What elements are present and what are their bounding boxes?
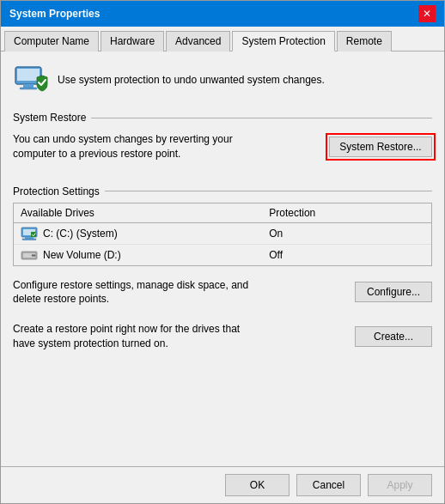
drive-d-protection: Off bbox=[269, 249, 424, 261]
apply-button[interactable]: Apply bbox=[368, 474, 432, 496]
svg-rect-3 bbox=[23, 84, 34, 88]
column-protection: Protection bbox=[269, 207, 424, 219]
system-restore-description: You can undo system changes by reverting… bbox=[13, 132, 256, 161]
table-row: C: (C:) (System) On bbox=[14, 223, 431, 245]
drive-d-cell: New Volume (D:) bbox=[21, 248, 269, 262]
table-header: Available Drives Protection bbox=[14, 203, 431, 223]
configure-row: Configure restore settings, manage disk … bbox=[13, 275, 432, 311]
svg-rect-7 bbox=[25, 237, 34, 239]
system-properties-window: System Properties ✕ Computer Name Hardwa… bbox=[0, 0, 445, 504]
protection-settings-section: Protection Settings Available Drives Pro… bbox=[13, 185, 432, 266]
svg-point-13 bbox=[32, 254, 34, 256]
drive-c-name: C: (C:) (System) bbox=[43, 228, 118, 240]
svg-rect-8 bbox=[22, 239, 36, 240]
svg-rect-2 bbox=[17, 69, 40, 81]
close-button[interactable]: ✕ bbox=[418, 5, 436, 22]
system-restore-label: System Restore bbox=[13, 112, 432, 124]
configure-button[interactable]: Configure... bbox=[355, 282, 432, 302]
bottom-bar: OK Cancel Apply bbox=[1, 466, 444, 503]
ok-button[interactable]: OK bbox=[225, 474, 290, 496]
tab-system-protection[interactable]: System Protection bbox=[232, 31, 334, 52]
header-section: Use system protection to undo unwanted s… bbox=[13, 62, 432, 103]
configure-description: Configure restore settings, manage disk … bbox=[13, 278, 265, 307]
drive-c-protection: On bbox=[269, 228, 424, 240]
protection-table: Available Drives Protection bbox=[13, 203, 432, 266]
create-description: Create a restore point right now for the… bbox=[13, 322, 265, 351]
tab-advanced[interactable]: Advanced bbox=[166, 31, 230, 52]
svg-rect-4 bbox=[20, 88, 37, 89]
drive-c-cell: C: (C:) (System) bbox=[21, 227, 269, 240]
tab-bar: Computer Name Hardware Advanced System P… bbox=[1, 27, 444, 52]
system-restore-section: System Restore You can undo system chang… bbox=[13, 112, 432, 165]
header-description: Use system protection to undo unwanted s… bbox=[58, 74, 325, 86]
tab-content: Use system protection to undo unwanted s… bbox=[1, 52, 444, 466]
create-button[interactable]: Create... bbox=[355, 326, 432, 347]
system-restore-content: You can undo system changes by reverting… bbox=[13, 129, 432, 165]
shield-icon bbox=[13, 62, 49, 98]
create-row: Create a restore point right now for the… bbox=[13, 319, 432, 355]
drive-d-icon bbox=[21, 248, 38, 262]
column-drive: Available Drives bbox=[21, 207, 269, 219]
tab-remote[interactable]: Remote bbox=[337, 31, 392, 52]
protection-settings-label: Protection Settings bbox=[13, 185, 432, 197]
table-row: New Volume (D:) Off bbox=[14, 245, 431, 265]
drive-c-icon bbox=[21, 227, 38, 240]
tab-computer-name[interactable]: Computer Name bbox=[4, 31, 99, 52]
tab-hardware[interactable]: Hardware bbox=[101, 31, 164, 52]
cancel-button[interactable]: Cancel bbox=[296, 474, 361, 496]
window-title: System Properties bbox=[9, 8, 100, 20]
title-bar: System Properties ✕ bbox=[1, 1, 444, 27]
drive-d-name: New Volume (D:) bbox=[43, 249, 121, 261]
system-restore-button[interactable]: System Restore... bbox=[329, 137, 432, 157]
